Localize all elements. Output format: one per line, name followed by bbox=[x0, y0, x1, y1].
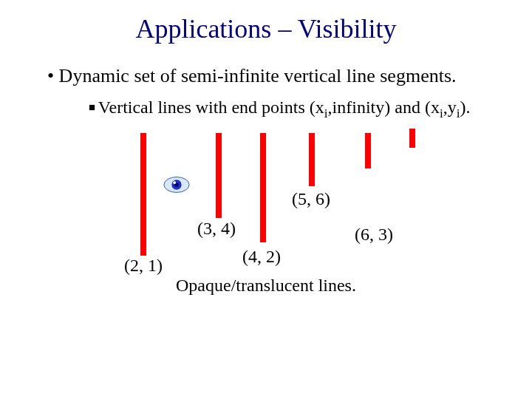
vertical-line-6 bbox=[409, 129, 415, 148]
slide-title: Applications – Visibility bbox=[0, 13, 532, 44]
label-2-1: (2, 1) bbox=[124, 256, 163, 276]
diagram-caption: Opaque/translucent lines. bbox=[0, 276, 532, 296]
vertical-line-1 bbox=[140, 133, 146, 256]
vertical-line-5 bbox=[365, 133, 371, 168]
vertical-line-2 bbox=[216, 133, 222, 218]
svg-point-3 bbox=[173, 181, 176, 184]
label-3-4: (3, 4) bbox=[197, 219, 236, 239]
label-4-2: (4, 2) bbox=[242, 247, 281, 267]
vertical-line-4 bbox=[309, 133, 315, 186]
label-6-3: (6, 3) bbox=[355, 225, 393, 245]
vertical-line-3 bbox=[260, 133, 266, 242]
bullet2-text-2: ,infinity) and (x bbox=[328, 98, 440, 117]
bullet2-text-4: ). bbox=[460, 98, 471, 117]
label-5-6: (5, 6) bbox=[292, 189, 330, 209]
bullet2-text-1: Vertical lines with end points (x bbox=[98, 98, 324, 117]
eye-icon bbox=[163, 174, 191, 195]
bullet2-text-3: ,y bbox=[443, 98, 457, 117]
bullet-level2: Vertical lines with end points (xi,infin… bbox=[89, 98, 502, 121]
diagram-area: (2, 1) (3, 4) (4, 2) (5, 6) (6, 3) Opaqu… bbox=[0, 129, 532, 299]
bullet-level1: Dynamic set of semi-infinite vertical li… bbox=[47, 65, 502, 87]
